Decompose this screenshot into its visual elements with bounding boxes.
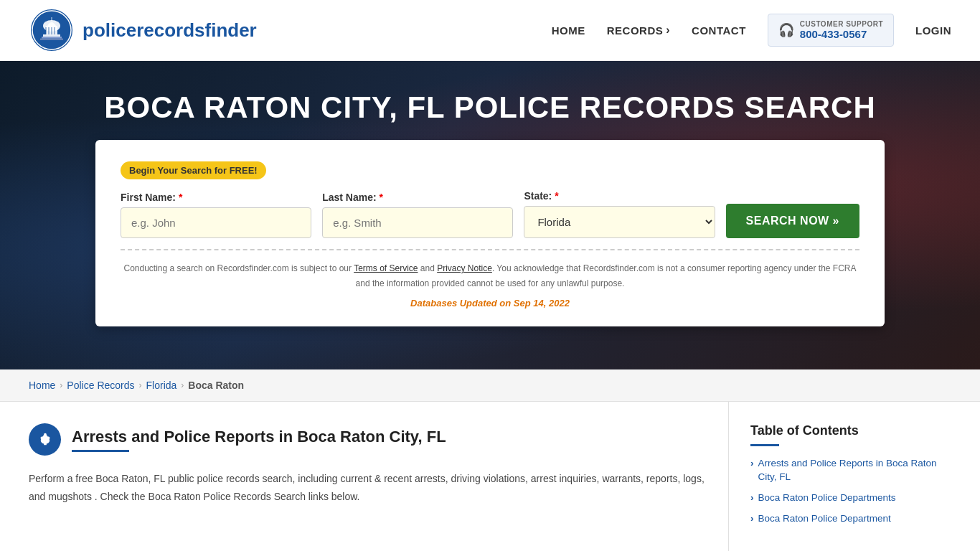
db-updated: Databases Updated on Sep 14, 2022: [121, 298, 859, 309]
svg-rect-7: [51, 27, 52, 34]
toc-link[interactable]: Boca Raton Police Departments: [758, 491, 896, 505]
hero-section: BOCA RATON CITY, FL POLICE RECORDS SEARC…: [0, 61, 980, 369]
breadcrumb-home[interactable]: Home: [29, 380, 55, 391]
logo-icon: [29, 7, 75, 54]
article: Arrests and Police Reports in Boca Raton…: [29, 402, 729, 551]
logo[interactable]: policerecordsfinder: [29, 7, 257, 54]
first-name-group: First Name: *: [121, 192, 311, 238]
breadcrumb-sep-3: ›: [181, 380, 184, 390]
breadcrumb-sep-2: ›: [139, 380, 142, 390]
disclaimer-text: Conducting a search on Recordsfinder.com…: [121, 261, 859, 291]
toc-link[interactable]: Arrests and Police Reports in Boca Raton…: [758, 457, 952, 484]
svg-rect-5: [45, 27, 47, 34]
toc-link[interactable]: Boca Raton Police Department: [758, 512, 891, 526]
first-name-input[interactable]: [121, 207, 311, 238]
support-number: 800-433-0567: [800, 28, 883, 40]
dash-divider: [121, 249, 859, 250]
toc-item: › Boca Raton Police Departments: [750, 491, 951, 505]
state-select[interactable]: Florida: [524, 206, 715, 238]
svg-rect-4: [43, 34, 60, 37]
article-title: Arrests and Police Reports in Boca Raton…: [72, 428, 446, 446]
toc-title: Table of Contents: [750, 423, 951, 438]
support-label: CUSTOMER SUPPORT: [800, 20, 883, 28]
article-underline: [72, 450, 129, 452]
nav-records[interactable]: RECORDS ›: [607, 24, 670, 37]
terms-link[interactable]: Terms of Service: [354, 263, 418, 273]
sidebar: Table of Contents › Arrests and Police R…: [729, 402, 951, 551]
phone-icon: 🎧: [778, 22, 794, 38]
article-header: Arrests and Police Reports in Boca Raton…: [29, 423, 707, 456]
login-button[interactable]: LOGIN: [915, 24, 951, 37]
hero-title: BOCA RATON CITY, FL POLICE RECORDS SEARC…: [75, 61, 905, 140]
article-icon: [29, 423, 61, 456]
free-badge: Begin Your Search for FREE!: [121, 161, 266, 179]
last-name-input[interactable]: [322, 207, 513, 238]
breadcrumb-sep-1: ›: [60, 380, 62, 390]
state-group: State: * Florida: [524, 190, 715, 238]
main-nav: HOME RECORDS › CONTACT 🎧 CUSTOMER SUPPOR…: [552, 14, 951, 47]
svg-rect-10: [42, 37, 62, 39]
logo-text: policerecordsfinder: [83, 19, 257, 42]
first-name-label: First Name: *: [121, 192, 311, 203]
search-box: Begin Your Search for FREE! First Name: …: [95, 140, 885, 326]
article-title-block: Arrests and Police Reports in Boca Raton…: [72, 428, 446, 452]
svg-rect-6: [48, 27, 50, 34]
last-name-label: Last Name: *: [322, 192, 513, 203]
svg-rect-8: [54, 27, 55, 34]
toc-arrow: ›: [750, 458, 754, 468]
search-button[interactable]: SEARCH NOW »: [726, 204, 859, 238]
breadcrumb-current: Boca Raton: [188, 380, 244, 391]
privacy-link[interactable]: Privacy Notice: [437, 263, 492, 273]
state-label: State: *: [524, 190, 715, 202]
nav-contact[interactable]: CONTACT: [692, 24, 746, 37]
svg-rect-9: [52, 17, 52, 22]
toc-arrow: ›: [750, 513, 754, 524]
toc-item: › Boca Raton Police Department: [750, 512, 951, 526]
search-fields: First Name: * Last Name: * State: * Flor…: [121, 190, 859, 238]
nav-home[interactable]: HOME: [552, 24, 585, 37]
last-name-group: Last Name: *: [322, 192, 513, 238]
toc-items: › Arrests and Police Reports in Boca Rat…: [750, 457, 951, 526]
breadcrumb: Home › Police Records › Florida › Boca R…: [0, 369, 980, 402]
site-header: policerecordsfinder HOME RECORDS › CONTA…: [0, 0, 980, 61]
toc-item: › Arrests and Police Reports in Boca Rat…: [750, 457, 951, 484]
svg-rect-11: [40, 38, 63, 40]
article-body: Perform a free Boca Raton, FL public pol…: [29, 470, 707, 506]
breadcrumb-police-records[interactable]: Police Records: [67, 380, 134, 391]
customer-support[interactable]: 🎧 CUSTOMER SUPPORT 800-433-0567: [768, 14, 894, 47]
breadcrumb-florida[interactable]: Florida: [146, 380, 177, 391]
toc: Table of Contents › Arrests and Police R…: [750, 423, 951, 526]
badge-icon: [37, 432, 53, 448]
toc-arrow: ›: [750, 492, 754, 503]
toc-underline: [750, 444, 779, 446]
main-content: Arrests and Police Reports in Boca Raton…: [0, 402, 980, 551]
